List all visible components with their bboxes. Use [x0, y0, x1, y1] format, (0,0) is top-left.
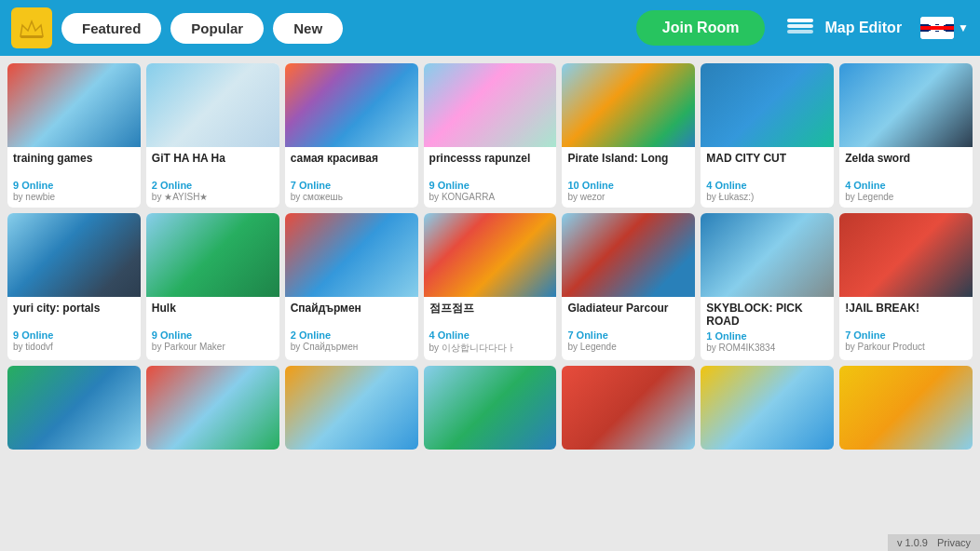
- game-thumbnail: [7, 213, 141, 297]
- game-info: самая красивая7 Onlineby сможешь: [285, 147, 418, 208]
- game-info: Спайдърмен2 Onlineby Спайдърмен: [285, 297, 418, 357]
- game-author: by Łukasz:): [706, 192, 828, 202]
- header: Featured Popular New Join Room Map Edito…: [0, 0, 980, 56]
- join-room-button[interactable]: Join Room: [636, 10, 766, 46]
- game-online-count: 7 Online: [567, 329, 689, 341]
- game-thumbnail: [146, 213, 279, 297]
- game-card[interactable]: SKYBLOCK: PICK ROAD1 Onlineby ROM4IK3834: [701, 213, 834, 360]
- game-title: самая красивая: [291, 152, 413, 178]
- game-card[interactable]: самая красивая7 Onlineby сможешь: [285, 63, 418, 208]
- game-card[interactable]: Hulk9 Onlineby Parkour Maker: [146, 213, 279, 360]
- game-title: Спайдърмен: [291, 302, 413, 328]
- game-thumbnail: [285, 213, 418, 297]
- game-online-count: 4 Online: [845, 180, 967, 191]
- game-info: SKYBLOCK: PICK ROAD1 Onlineby ROM4IK3834: [701, 297, 834, 358]
- nav-new-button[interactable]: New: [273, 13, 343, 44]
- game-title: yuri city: portals: [13, 302, 135, 328]
- game-thumbnail: [424, 63, 557, 147]
- nav-popular-button[interactable]: Popular: [170, 13, 264, 44]
- game-title: princesss rapunzel: [429, 152, 551, 178]
- game-author: by Спайдърмен: [291, 342, 413, 352]
- lang-selector[interactable]: ▼: [920, 17, 969, 39]
- game-online-count: 2 Online: [291, 329, 413, 341]
- game-online-count: 7 Online: [291, 180, 413, 191]
- game-online-count: 9 Online: [13, 329, 135, 341]
- svg-rect-2: [787, 24, 813, 28]
- game-info: training games9 Onlineby newbie: [7, 147, 141, 208]
- game-card[interactable]: [146, 366, 279, 450]
- game-card[interactable]: yuri city: portals9 Onlineby tidodvf: [7, 213, 141, 360]
- game-thumbnail: [285, 366, 418, 450]
- privacy-link[interactable]: Privacy: [937, 537, 971, 548]
- game-author: by Parkour Product: [845, 342, 967, 352]
- game-thumbnail: [562, 213, 695, 297]
- game-card[interactable]: Gladiateur Parcour7 Onlineby Legende: [562, 213, 695, 360]
- game-thumbnail: [285, 63, 418, 147]
- nav-featured-button[interactable]: Featured: [61, 13, 161, 44]
- game-author: by Legende: [567, 342, 689, 352]
- game-thumbnail: [839, 213, 973, 297]
- game-online-count: 4 Online: [706, 180, 828, 191]
- game-thumbnail: [562, 63, 695, 147]
- game-info: Gladiateur Parcour7 Onlineby Legende: [562, 297, 695, 357]
- game-info: yuri city: portals9 Onlineby tidodvf: [7, 297, 141, 357]
- game-card[interactable]: [7, 366, 141, 450]
- game-thumbnail: [424, 213, 557, 297]
- game-author: by ROM4IK3834: [706, 343, 828, 353]
- game-info: 점프점프4 Onlineby 이상합니다다다ㅏ: [424, 297, 557, 360]
- game-title: Zelda sword: [845, 152, 967, 178]
- game-thumbnail: [424, 366, 557, 450]
- content-area: training games9 Onlineby newbieGiT HA HA…: [0, 56, 980, 551]
- game-online-count: 4 Online: [429, 329, 551, 341]
- game-card[interactable]: MAD CITY CUT4 Onlineby Łukasz:): [701, 63, 834, 208]
- game-card[interactable]: !JAIL BREAK!7 Onlineby Parkour Product: [839, 213, 973, 360]
- game-online-count: 7 Online: [845, 329, 967, 341]
- game-card[interactable]: Спайдърмен2 Onlineby Спайдърмен: [285, 213, 418, 360]
- game-card[interactable]: [562, 366, 695, 450]
- game-author: by ★AYISH★: [152, 192, 274, 202]
- game-author: by Parkour Maker: [152, 342, 274, 352]
- game-card[interactable]: [839, 366, 973, 450]
- game-online-count: 10 Online: [567, 180, 689, 191]
- svg-rect-4: [787, 19, 813, 22]
- game-thumbnail: [7, 63, 141, 147]
- game-card[interactable]: [424, 366, 557, 450]
- game-author: by tidodvf: [13, 342, 135, 352]
- game-card[interactable]: Zelda sword4 Onlineby Legende: [839, 63, 973, 208]
- game-card[interactable]: [285, 366, 418, 450]
- game-author: by 이상합니다다다ㅏ: [429, 342, 551, 355]
- game-card[interactable]: 점프점프4 Onlineby 이상합니다다다ㅏ: [424, 213, 557, 360]
- game-thumbnail: [562, 366, 695, 450]
- game-card[interactable]: princesss rapunzel9 Onlineby KONGARRA: [424, 63, 557, 208]
- game-thumbnail: [839, 366, 973, 450]
- game-author: by newbie: [13, 192, 135, 202]
- game-card[interactable]: Pirate Island: Long10 Onlineby wezor: [562, 63, 695, 208]
- flag-icon: [920, 17, 954, 39]
- game-thumbnail: [7, 366, 141, 450]
- crown-icon[interactable]: [11, 7, 52, 48]
- game-author: by KONGARRA: [429, 192, 551, 202]
- game-info: GiT HA HA Ha2 Onlineby ★AYISH★: [146, 147, 279, 208]
- game-grid: training games9 Onlineby newbieGiT HA HA…: [7, 63, 973, 450]
- game-card[interactable]: GiT HA HA Ha2 Onlineby ★AYISH★: [146, 63, 279, 208]
- game-online-count: 9 Online: [152, 329, 274, 341]
- version-label: v 1.0.9: [897, 537, 928, 548]
- game-thumbnail: [701, 366, 834, 450]
- game-online-count: 9 Online: [13, 180, 135, 191]
- map-editor-area: Map Editor: [783, 11, 902, 45]
- layers-icon[interactable]: [783, 11, 817, 45]
- svg-rect-1: [20, 35, 43, 38]
- svg-rect-3: [787, 30, 813, 34]
- svg-marker-0: [20, 21, 43, 36]
- game-thumbnail: [839, 63, 973, 147]
- game-info: princesss rapunzel9 Onlineby KONGARRA: [424, 147, 557, 208]
- game-title: Pirate Island: Long: [567, 152, 689, 178]
- game-title: MAD CITY CUT: [706, 152, 828, 178]
- game-title: Gladiateur Parcour: [567, 302, 689, 328]
- game-author: by Legende: [845, 192, 967, 202]
- game-card[interactable]: training games9 Onlineby newbie: [7, 63, 141, 208]
- game-author: by wezor: [567, 192, 689, 202]
- game-card[interactable]: [701, 366, 834, 450]
- game-info: MAD CITY CUT4 Onlineby Łukasz:): [701, 147, 834, 208]
- game-title: SKYBLOCK: PICK ROAD: [706, 302, 828, 329]
